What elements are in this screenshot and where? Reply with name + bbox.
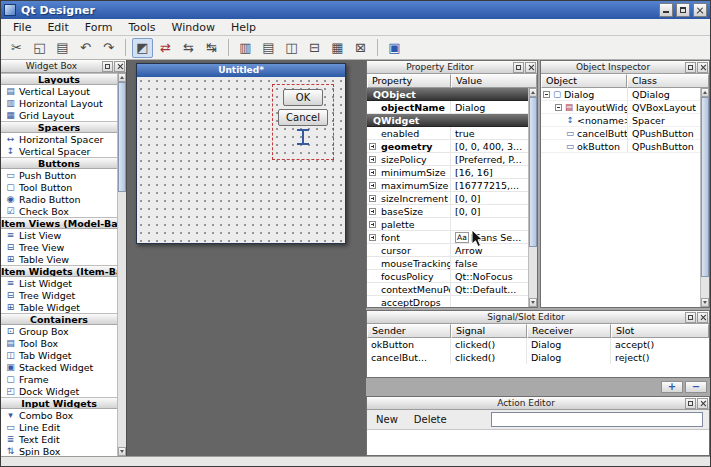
section-input-widgets[interactable]: Input Widgets (1, 397, 117, 409)
float-button[interactable] (685, 398, 696, 409)
panel-close-button[interactable] (697, 312, 708, 323)
property-value[interactable]: Qt::Default... (451, 283, 528, 295)
scroll-thumb[interactable] (118, 82, 126, 192)
object-inspector-scrollbar[interactable] (700, 88, 709, 307)
property-row-font[interactable]: fontAa[Sans Se... (367, 231, 528, 244)
property-value[interactable]: Aa[Sans Se... (451, 231, 528, 243)
property-value[interactable]: Arrow (451, 244, 528, 256)
edit-buddies-button[interactable]: ⇆ (178, 38, 199, 58)
widget-item-group-box[interactable]: ⊡Group Box (1, 325, 117, 337)
action-list[interactable] (367, 430, 709, 455)
column-property[interactable]: Property (367, 74, 451, 88)
column-signal[interactable]: Signal (451, 324, 527, 338)
menu-window[interactable]: Window (164, 20, 223, 35)
inspector-row-spacer[interactable]: ↕<noname>Spacer (541, 114, 700, 127)
action-filter-input[interactable] (491, 412, 703, 427)
property-value[interactable] (451, 218, 528, 230)
minimize-button[interactable] (659, 3, 673, 17)
menu-file[interactable]: File (5, 20, 39, 35)
column-receiver[interactable]: Receiver (527, 324, 611, 338)
property-row-acceptdrops[interactable]: acceptDrops (367, 296, 528, 307)
widget-item-vertical-layout[interactable]: ▤Vertical Layout (1, 85, 117, 97)
property-row-objectname[interactable]: objectNameDialog (367, 101, 528, 114)
widget-item-tool-button[interactable]: ▢Tool Button (1, 181, 117, 193)
layout-selection-box[interactable]: OK Cancel (272, 84, 334, 160)
collapse-icon[interactable] (555, 104, 562, 111)
widget-item-check-box[interactable]: ☑Check Box (1, 205, 117, 217)
widget-item-vertical-spacer[interactable]: ↕Vertical Spacer (1, 145, 117, 157)
widget-item-table-widget[interactable]: ⊞Table Widget (1, 301, 117, 313)
widget-item-stacked-widget[interactable]: ▣Stacked Widget (1, 361, 117, 373)
property-row-mousetracking[interactable]: mouseTrackingfalse (367, 257, 528, 270)
paste-button[interactable]: ▤ (52, 38, 73, 58)
widget-box-scrollbar[interactable] (117, 73, 126, 456)
property-value[interactable] (451, 296, 528, 307)
widget-item-tab-widget[interactable]: ◫Tab Widget (1, 349, 117, 361)
title-bar[interactable]: Qt Designer (1, 1, 710, 19)
widget-item-frame[interactable]: ▢Frame (1, 373, 117, 385)
property-value[interactable]: [0, 0] (451, 192, 528, 204)
widget-item-tool-box[interactable]: ▤Tool Box (1, 337, 117, 349)
scroll-track[interactable] (701, 97, 709, 298)
section-spacers[interactable]: Spacers (1, 121, 117, 133)
scroll-up-button[interactable] (118, 73, 126, 82)
widget-item-table-view[interactable]: ⊞Table View (1, 253, 117, 265)
redo-button[interactable]: ↷ (98, 38, 119, 58)
property-value[interactable]: Qt::NoFocus (451, 270, 528, 282)
add-connection-button[interactable]: + (661, 381, 683, 393)
scroll-down-button[interactable] (118, 447, 126, 456)
remove-connection-button[interactable]: − (685, 381, 707, 393)
property-value[interactable]: [0, 0, 400, 3... (451, 140, 528, 152)
widget-item-radio-button[interactable]: ◉Radio Button (1, 193, 117, 205)
widget-item-line-edit[interactable]: ▭Line Edit (1, 421, 117, 433)
menu-tools[interactable]: Tools (120, 20, 163, 35)
widget-item-text-edit[interactable]: ≣Text Edit (1, 433, 117, 445)
layout-vertical-button[interactable]: ▤ (258, 38, 279, 58)
expand-icon[interactable] (369, 234, 376, 241)
new-action-button[interactable]: New (373, 413, 401, 426)
expand-icon[interactable] (369, 169, 376, 176)
float-button[interactable] (685, 62, 696, 73)
expand-icon[interactable] (369, 195, 376, 202)
ok-button[interactable]: OK (283, 89, 323, 106)
edit-tab-order-button[interactable]: ↹ (201, 38, 222, 58)
section-item-views[interactable]: Item Views (Model-Based) (1, 217, 117, 229)
layout-grid-button[interactable]: ▦ (327, 38, 348, 58)
preview-button[interactable]: ▣ (384, 38, 405, 58)
expand-icon[interactable] (369, 143, 376, 150)
scroll-track[interactable] (118, 82, 126, 447)
copy-button[interactable]: ◱ (29, 38, 50, 58)
layout-horizontal-splitter-button[interactable]: ◫ (281, 38, 302, 58)
menu-form[interactable]: Form (77, 20, 121, 35)
property-row-geometry[interactable]: geometry[0, 0, 400, 3... (367, 140, 528, 153)
edit-widgets-button[interactable]: ◩ (132, 38, 153, 58)
widget-item-spin-box[interactable]: ⇅Spin Box (1, 445, 117, 456)
property-row-enabled[interactable]: enabledtrue (367, 127, 528, 140)
property-row-sizeincrement[interactable]: sizeIncrement[0, 0] (367, 192, 528, 205)
widget-item-dock-widget[interactable]: ◰Dock Widget (1, 385, 117, 397)
scroll-track[interactable] (529, 97, 537, 298)
inspector-row-okbutton[interactable]: ▭okButtonQPushButton (541, 140, 700, 153)
layout-vertical-splitter-button[interactable]: ⊟ (304, 38, 325, 58)
widget-item-combo-box[interactable]: ▾Combo Box (1, 409, 117, 421)
scroll-up-button[interactable] (701, 88, 709, 97)
panel-close-button[interactable] (525, 62, 536, 73)
property-value[interactable]: Dialog (451, 101, 528, 113)
connection-row-ok[interactable]: okButtonclicked()Dialogaccept() (367, 338, 709, 351)
scroll-down-button[interactable] (701, 298, 709, 307)
cut-button[interactable]: ✂ (6, 38, 27, 58)
column-sender[interactable]: Sender (367, 324, 451, 338)
menu-help[interactable]: Help (223, 20, 264, 35)
panel-close-button[interactable] (114, 61, 125, 72)
collapse-icon[interactable] (543, 91, 550, 98)
property-row-minimumsize[interactable]: minimumSize[16, 16] (367, 166, 528, 179)
cancel-button[interactable]: Cancel (278, 109, 328, 126)
property-editor-scrollbar[interactable] (528, 88, 537, 307)
scroll-up-button[interactable] (529, 88, 537, 97)
form-canvas[interactable]: OK Cancel (137, 77, 345, 243)
expand-icon[interactable] (369, 182, 376, 189)
widget-item-grid-layout[interactable]: ▦Grid Layout (1, 109, 117, 121)
scroll-down-button[interactable] (529, 298, 537, 307)
scroll-thumb[interactable] (529, 97, 537, 247)
property-value[interactable]: [0, 0] (451, 205, 528, 217)
